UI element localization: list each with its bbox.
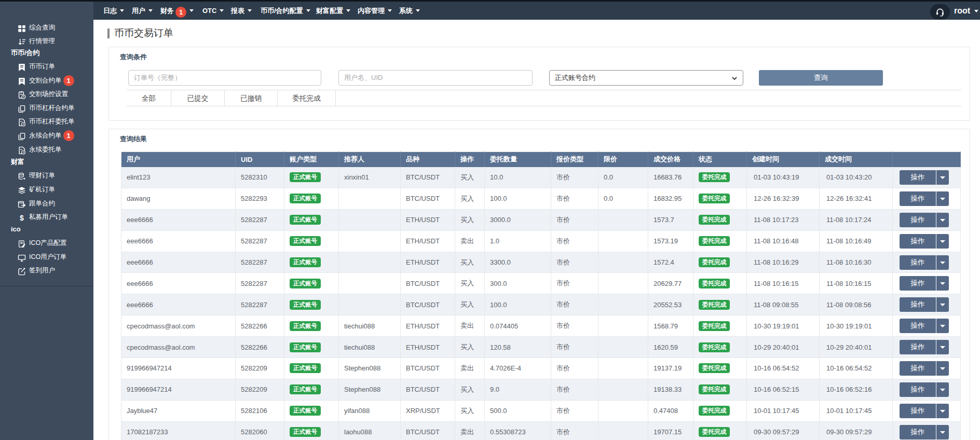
svg-text:$: $ [20,214,24,222]
